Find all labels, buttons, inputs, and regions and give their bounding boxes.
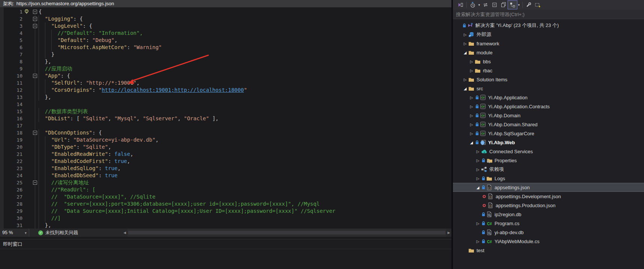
code-line[interactable]: "Url": "DataSource=yi-abp-dev.db", — [39, 136, 335, 143]
code-line[interactable]: //读写分离地址 — [39, 179, 335, 186]
code-line[interactable]: //"ReadUrl": [ — [39, 186, 335, 193]
expand-arrow-icon[interactable]: ▷ — [475, 167, 481, 172]
tree-item-yi.abp.domain.shared[interactable]: ▷C#Yi.Abp.Domain.Shared — [453, 120, 644, 129]
code-line[interactable]: "EnabledDbSeed": true — [39, 172, 335, 179]
code-line[interactable]: "DbType": "Sqlite", — [39, 143, 335, 151]
tree-item-yi.abp.domain[interactable]: ▷C#Yi.Abp.Domain — [453, 111, 644, 120]
code-line[interactable]: { — [39, 8, 335, 15]
collapse-all-icon[interactable] — [490, 1, 499, 9]
code-line[interactable]: //数据库类型列表 — [39, 108, 335, 115]
code-line[interactable]: "EnabledReadWrite": false, — [39, 151, 335, 158]
tree-item-yi.abp.application[interactable]: ▷C#Yi.Abp.Application — [453, 93, 644, 102]
expand-arrow-icon[interactable]: ▷ — [469, 105, 474, 109]
zoom-level-select[interactable]: 95 % ▾ — [0, 229, 29, 237]
lightbulb-icon[interactable] — [24, 9, 30, 15]
sync-with-active-document-icon[interactable] — [481, 1, 490, 9]
tree-item--[interactable]: ▷外部源 — [453, 30, 644, 39]
tree-item-src[interactable]: ◢src — [453, 84, 644, 93]
chevron-down-icon[interactable]: ▾ — [477, 3, 481, 7]
tree-item-appsettings.json[interactable]: ◢{}appsettings.json — [453, 183, 644, 192]
expand-arrow-icon[interactable]: ▷ — [462, 33, 468, 37]
expand-arrow-icon[interactable]: ▷ — [469, 96, 474, 100]
code-line[interactable]: "Default": "Debug", — [39, 37, 335, 44]
expand-arrow-icon[interactable]: ▷ — [475, 221, 481, 226]
collapse-arrow-icon[interactable]: ◢ — [469, 140, 474, 145]
fold-marker[interactable] — [33, 17, 37, 21]
tree-item-module[interactable]: ◢module — [453, 48, 644, 57]
tree-item-test[interactable]: test — [453, 246, 644, 255]
collapse-arrow-icon[interactable]: ◢ — [462, 51, 468, 55]
tree-item-yi.abp.sqlsugarcore[interactable]: ▷C#Yi.Abp.SqlSugarCore — [453, 129, 644, 138]
expand-arrow-icon[interactable]: ▷ — [475, 239, 481, 244]
tree-item-rbac[interactable]: ▷rbac — [453, 66, 644, 75]
expand-arrow-icon[interactable]: ▷ — [475, 158, 481, 163]
code-line[interactable]: "LogLevel": { — [39, 22, 335, 30]
immediate-window-content[interactable] — [0, 249, 451, 269]
code-line[interactable]: //] — [39, 215, 335, 222]
tree-item-framework[interactable]: ▷framework — [453, 39, 644, 48]
code-line[interactable]: //"Default": "Information", — [39, 30, 335, 37]
code-line[interactable]: // "server=[xxxx];port=3306;database=[xx… — [39, 200, 335, 208]
fold-marker[interactable] — [33, 131, 37, 135]
tree-item-yiabpwebmodule.cs[interactable]: ▷C#YiAbpWebModule.cs — [453, 237, 644, 246]
expand-arrow-icon[interactable]: ▷ — [469, 69, 474, 73]
code-line[interactable] — [39, 101, 335, 108]
code-line[interactable]: // "Data Source=[xxxx];Initial Catalog=[… — [39, 208, 335, 215]
preview-selected-icon[interactable] — [533, 1, 542, 9]
scroll-right-icon[interactable]: ▶ — [446, 231, 451, 235]
code-line[interactable]: "DbConnOptions": { — [39, 129, 335, 136]
expand-arrow-icon[interactable]: ▷ — [469, 60, 474, 64]
tree-item-solution-items[interactable]: ▷Solution Items — [453, 75, 644, 84]
expand-arrow-icon[interactable]: ▷ — [462, 42, 468, 46]
tree-item--[interactable]: ▷依赖项 — [453, 165, 644, 174]
scroll-left-icon[interactable]: ◀ — [122, 231, 127, 235]
collapse-arrow-icon[interactable]: ◢ — [475, 185, 481, 190]
horizontal-scrollbar[interactable]: ◀ ▶ — [122, 229, 451, 237]
show-all-files-icon[interactable] — [499, 1, 508, 9]
fold-marker[interactable] — [33, 181, 37, 185]
expand-arrow-icon[interactable]: ▷ — [469, 123, 474, 127]
tree-item-yi-abp-dev.db[interactable]: yi-abp-dev.db — [453, 228, 644, 237]
document-health-indicator[interactable]: ✓ 未找到相关问题 — [38, 230, 78, 236]
db-icon — [486, 211, 493, 217]
file-nesting-icon[interactable] — [508, 1, 517, 9]
expand-arrow-icon[interactable]: ▷ — [462, 78, 468, 82]
code-line[interactable]: "DbList": [ "Sqlite", "Mysql", "Sqlserve… — [39, 115, 335, 122]
code-line[interactable]: }, — [39, 222, 335, 229]
code-content[interactable]: { "Logging": { "LogLevel": { //"Default"… — [39, 8, 335, 229]
schema-url-combobox[interactable]: https://json.schemastore.org/appsettings… — [16, 1, 114, 6]
tree-item-program.cs[interactable]: ▷C#Program.cs — [453, 219, 644, 228]
history-filter-icon[interactable] — [468, 1, 477, 9]
tree-item-logs[interactable]: ▷Logs — [453, 174, 644, 183]
expand-arrow-icon[interactable]: ▷ — [469, 132, 474, 136]
tree-item-yi.abp.application.contracts[interactable]: ▷C#Yi.Abp.Application.Contracts — [453, 102, 644, 111]
code-editor[interactable]: 1234567891011121314151617181920212223242… — [0, 7, 451, 229]
code-line[interactable]: "EnabledCodeFirst": true, — [39, 158, 335, 165]
expand-arrow-icon[interactable]: ▷ — [469, 114, 474, 118]
switch-views-icon[interactable] — [456, 1, 465, 9]
scrollbar-thumb[interactable] — [128, 231, 445, 235]
fold-marker[interactable] — [33, 10, 37, 14]
code-line[interactable]: }, — [39, 94, 335, 101]
chevron-down-icon[interactable]: ▾ — [517, 3, 521, 7]
fold-marker[interactable] — [33, 74, 37, 78]
search-input[interactable] — [453, 10, 644, 19]
scrollbar-track[interactable] — [127, 229, 446, 237]
tree-item-appsettings.production.json[interactable]: {}appsettings.Production.json — [453, 201, 644, 210]
tree-item-bbs[interactable]: ▷bbs — [453, 57, 644, 66]
code-line[interactable]: // "DataSource=[xxxx]", //Sqlite — [39, 193, 335, 200]
tree-item-connected-services[interactable]: ▷Connected Services — [453, 147, 644, 156]
expand-arrow-icon[interactable]: ▷ — [475, 149, 481, 154]
tree-item-ip2region.db[interactable]: ip2region.db — [453, 210, 644, 219]
tree-item--yi.abp-23-23-[interactable]: 解决方案 'Yi.Abp' (23 个项目, 共 23 个) — [453, 21, 644, 30]
properties-icon[interactable] — [524, 1, 533, 9]
tree-item-appsettings.development.json[interactable]: {}appsettings.Development.json — [453, 192, 644, 201]
tree-item-properties[interactable]: ▷Properties — [453, 156, 644, 165]
tree-item-yi.abp.web[interactable]: ◢Yi.Abp.Web — [453, 138, 644, 147]
code-line[interactable] — [39, 122, 335, 129]
fold-marker[interactable] — [33, 24, 37, 28]
expand-arrow-icon[interactable]: ▷ — [475, 176, 481, 181]
collapse-arrow-icon[interactable]: ◢ — [462, 87, 468, 91]
code-line[interactable]: "EnabledSqlLog": true, — [39, 165, 335, 172]
code-line[interactable]: "Logging": { — [39, 15, 335, 22]
